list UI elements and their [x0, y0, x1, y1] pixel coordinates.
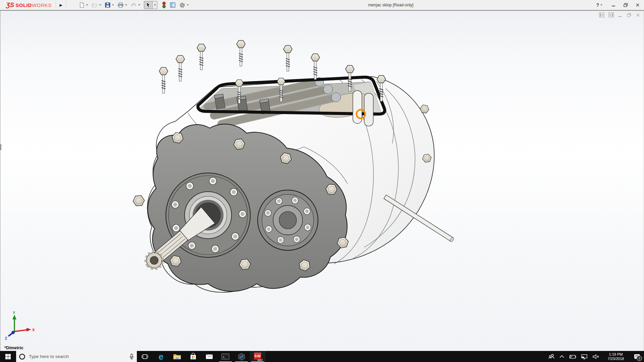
y-axis-arrow-icon [12, 315, 16, 319]
bearing-cover-right[interactable] [258, 190, 318, 250]
close-icon [635, 3, 640, 7]
desktop: ƷS SOLID WORKS ▶ [0, 0, 644, 362]
save-icon [105, 2, 111, 8]
open-button[interactable] [91, 1, 102, 9]
minimize-icon [611, 3, 616, 7]
doc-minimize-icon[interactable] [618, 13, 623, 17]
dropdown-caret-icon[interactable] [600, 4, 602, 6]
close-button[interactable] [634, 2, 641, 8]
network-display-icon [581, 354, 588, 359]
y-axis-label: Y [13, 311, 15, 315]
file-explorer-button[interactable] [169, 351, 185, 362]
edge-button[interactable]: e [153, 351, 169, 362]
people-icon [548, 354, 555, 360]
dropdown-caret-icon[interactable] [154, 4, 156, 6]
tray-expand-icon [559, 355, 565, 358]
store-button[interactable] [185, 351, 201, 362]
panel-splitter-handle[interactable] [0, 144, 1, 150]
solidworks-logo-glyph: ƷS [6, 1, 14, 9]
graphics-area[interactable]: Y X Z *Dimetric [0, 11, 644, 351]
document-window-controls [599, 12, 640, 17]
system-tray: 1:19 PM 7/23/2018 3 [548, 351, 644, 362]
app-titlebar: ƷS SOLID WORKS ▶ [0, 0, 644, 11]
file-explorer-icon [173, 353, 181, 360]
doc-close-icon[interactable] [636, 13, 640, 17]
network-display-button[interactable] [581, 354, 588, 359]
window-controls: ? [596, 0, 641, 10]
options-list-button[interactable] [169, 1, 177, 9]
mail-icon [205, 354, 213, 360]
battery-icon [569, 354, 576, 359]
coordinate-triad: Y X Z [2, 311, 36, 340]
dropdown-caret-icon[interactable] [99, 4, 101, 6]
start-icon [5, 354, 11, 360]
minimize-button[interactable] [610, 2, 617, 8]
start-button[interactable] [0, 351, 16, 362]
dock-pane-right-icon[interactable] [608, 12, 614, 17]
windows-taskbar: e [0, 351, 644, 362]
battery-button[interactable] [569, 354, 576, 359]
settings-button[interactable] [178, 1, 190, 9]
x-axis-label: X [32, 328, 35, 332]
task-view-button[interactable] [137, 351, 153, 362]
z-axis-ball-icon [11, 331, 15, 334]
menu-expand-button[interactable]: ▶ [56, 1, 66, 9]
task-view-icon [141, 353, 149, 360]
save-button[interactable] [104, 1, 115, 9]
gearbox-3d-model[interactable] [0, 11, 644, 351]
mail-button[interactable] [201, 351, 217, 362]
store-icon [190, 353, 197, 360]
command-prompt-icon: >_ [221, 353, 229, 360]
z-axis-label: Z [5, 337, 7, 340]
settings-gear-icon [179, 2, 185, 8]
solidworks-taskbar-button[interactable]: SW 2017 [250, 351, 266, 362]
dropdown-caret-icon[interactable] [125, 4, 127, 6]
restore-button[interactable] [622, 2, 629, 8]
document-title: menjac sklop [Read-only] [349, 3, 433, 7]
dropdown-caret-icon[interactable] [112, 4, 114, 6]
view-orientation-label: *Dimetric [4, 345, 23, 350]
doc-restore-icon[interactable] [627, 13, 632, 17]
help-button[interactable]: ? [596, 2, 602, 8]
options-list-icon [170, 2, 176, 8]
tray-expand-button[interactable] [559, 355, 565, 358]
taskbar-search[interactable] [16, 351, 137, 362]
select-tool-button[interactable] [144, 1, 157, 9]
open-icon [92, 2, 98, 8]
rebuild-stoplight-button[interactable] [161, 1, 167, 9]
hexagon-app-icon [237, 353, 246, 361]
taskbar-clock[interactable]: 1:19 PM 7/23/2018 [604, 352, 628, 361]
svg-text:>_: >_ [223, 356, 226, 359]
command-prompt-button[interactable]: >_ [217, 351, 233, 362]
clock-date: 7/23/2018 [608, 357, 624, 361]
solidworks-logo[interactable]: ƷS SOLID WORKS [6, 1, 52, 9]
dropdown-caret-icon[interactable] [187, 4, 189, 6]
notification-badge: 3 [637, 356, 642, 361]
quick-access-toolbar [78, 1, 190, 9]
edge-icon: e [159, 353, 163, 361]
new-document-button[interactable] [78, 1, 89, 9]
action-center-button[interactable]: 3 [632, 351, 642, 362]
volume-muted-icon [592, 354, 600, 359]
stoplight-icon [162, 2, 166, 8]
solidworks-2017-icon: SW 2017 [253, 352, 262, 361]
dropdown-caret-icon[interactable] [138, 4, 140, 6]
x-axis-arrow-icon [26, 328, 31, 331]
volume-muted-button[interactable] [592, 354, 600, 359]
people-button[interactable] [548, 354, 555, 360]
search-input[interactable] [28, 354, 126, 359]
undo-icon [130, 2, 137, 8]
new-document-icon [79, 2, 85, 8]
select-cursor-icon [146, 2, 151, 8]
expand-arrow-icon: ▶ [60, 3, 62, 7]
cortana-circle-icon [19, 353, 25, 360]
dropdown-caret-icon[interactable] [86, 4, 88, 6]
print-icon [117, 2, 124, 8]
microphone-icon[interactable] [129, 353, 134, 360]
print-button[interactable] [116, 1, 128, 9]
restore-icon [623, 3, 628, 7]
dock-pane-left-icon[interactable] [599, 12, 604, 17]
undo-button[interactable] [129, 1, 141, 9]
clock-time: 1:19 PM [609, 352, 623, 356]
hexagon-app-button[interactable] [233, 351, 250, 362]
